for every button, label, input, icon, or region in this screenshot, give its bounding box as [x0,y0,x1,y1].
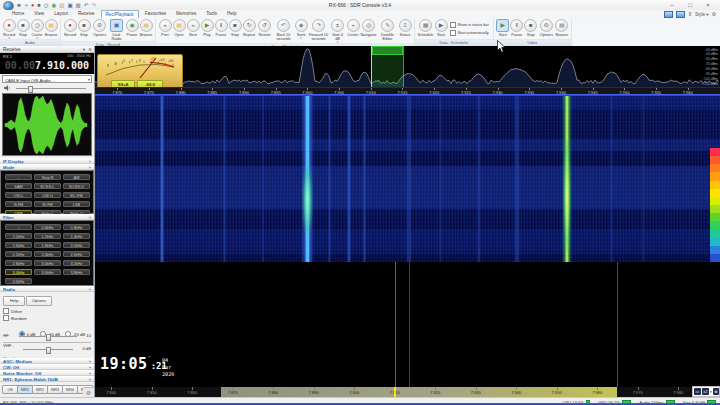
tab-favourites[interactable]: Favourites [141,10,170,18]
zoom-factor-button[interactable]: x2 [702,388,709,395]
filter-button-3.8khz[interactable]: 3.8kHz [63,269,90,275]
visual-slider-thumb[interactable] [46,347,51,354]
maximize-button[interactable]: □ [682,1,698,9]
filter-button-4.0khz[interactable]: 4.0kHz [5,278,32,284]
visual-gain-slider[interactable] [23,349,73,350]
ribbon-button-record[interactable]: ●Record [64,19,77,37]
dropdown-caret-icon[interactable]: ▾ [710,390,712,394]
ribbon-button-status[interactable]: ≡Status [399,19,412,37]
tab-view[interactable]: View [30,10,48,18]
close-button[interactable]: × [700,1,716,9]
ribbon-button-forward-10-seconds[interactable]: ↷Forward 10 seconds [309,19,329,41]
ribbon-button-navigator[interactable]: ◎Navigator [361,19,377,37]
ribbon-button-seek[interactable]: ◆Seek▾ [295,19,308,39]
settings-icon[interactable]: ⚙ [712,11,716,17]
pin-icon[interactable]: ⊼ [688,11,692,17]
mode-button-ecss-l[interactable]: ECSS-L [34,183,61,189]
filter-button-...[interactable]: ... [5,224,32,230]
random-checkbox[interactable]: Random [3,315,27,321]
lower-waterfall[interactable]: 19:05″:21 04 Mar 2026 [95,262,720,387]
minimize-button[interactable]: – [664,1,680,9]
tab-home[interactable]: Home [8,10,28,18]
pane-menu-icon[interactable]: ▾ [83,46,85,53]
tab-receive[interactable]: Receive [74,10,99,18]
mode-button-n-fm[interactable]: N-FM [5,201,32,207]
section-nr1-ephraim-malah-15db[interactable]: NR1: Ephraim-Malah 15dB» [0,376,94,382]
nr-button-nr2[interactable]: NR2 [32,385,48,394]
audio-device-select[interactable]: CABLE Input (VB-Audio ... ▾ [2,75,92,83]
ribbon-button-options[interactable]: ⚙Options [538,19,554,37]
filter-button-3.6khz[interactable]: 3.6kHz [34,269,61,275]
ribbon-button-gain-0-db[interactable]: ±Gain 0 dB▾ [330,19,346,43]
ribbon-button-stop[interactable]: ■Stop [229,19,242,37]
monitor-icon[interactable] [676,11,685,18]
volume-slider-thumb[interactable] [28,86,33,93]
monitor-icon[interactable] [664,11,673,18]
filter-button-2.6khz[interactable]: 2.6kHz [63,251,90,257]
window-icon[interactable]: ▭ [694,388,701,395]
dither-checkbox[interactable]: Dither [3,308,22,314]
filter-button-0.6khz[interactable]: 0.6kHz [34,224,61,230]
nr-button-nr1[interactable]: NR1 [17,385,33,394]
vhf-slider-thumb[interactable] [46,334,51,341]
mode-button-...[interactable]: ... [5,174,32,180]
ribbon-button-stop[interactable]: ■Stop [78,19,91,37]
ribbon-button-pause[interactable]: ‖Pause [215,19,228,37]
ribbon-button-start[interactable]: ▶Start [435,19,448,37]
mode-button-bc-fm[interactable]: BC-FM [63,192,90,198]
filter-button-2.8khz[interactable]: 2.8kHz [5,260,32,266]
filter-button-2.0khz[interactable]: 2.0kHz [63,242,90,248]
ribbon-button-stop[interactable]: ■Stop [524,19,537,37]
ribbon-button-schedule[interactable]: ▦Schedule [418,19,434,37]
filter-button-2.2khz[interactable]: 2.2kHz [5,251,32,257]
ribbon-button-pause[interactable]: ‖Pause [510,19,523,37]
ribbon-checkbox-show-in-status-bar[interactable]: Show in status bar [450,22,489,28]
style-dropdown[interactable]: Style ▾ [695,12,709,17]
close-icon[interactable]: ⊗ [713,388,719,395]
ribbon-button-start[interactable]: ▶Start [496,19,509,37]
band-frequency-scale[interactable]: 7.8407.8507.8607.8707.8807.8907.9007.910… [95,387,720,397]
frequency-display[interactable]: 00.007.910.000 [0,60,94,71]
mode-button-cw-u[interactable]: CW-U [34,192,61,198]
ribbon-button-repeat[interactable]: ↻Repeat [243,19,256,37]
filter-button-1.0khz[interactable]: 1.0kHz [5,233,32,239]
filter-button-3.0khz[interactable]: 3.0kHz [34,260,61,266]
ribbon-button-browse[interactable]: ▤Browse [45,19,58,37]
ribbon-button-lock-radio[interactable]: ▣Lock Radio [109,19,125,41]
filter-button-2.4khz[interactable]: 2.4kHz [34,251,61,257]
filter-button-3.4khz[interactable]: 3.4kHz [5,269,32,275]
ribbon-button-prev[interactable]: «Prev [159,19,172,37]
tab-layout[interactable]: Layout [50,10,72,18]
nr-button-nr4[interactable]: NR4 [62,385,78,394]
ribbon-button-play[interactable]: ▶Play [201,19,214,37]
spectrum-display[interactable]: -40 dBm-50 dBm-60 dBm-70 dBm-80 dBm-90 d… [95,46,720,87]
mode-button-lsb[interactable]: LSB [63,201,90,207]
ribbon-checkbox-start-automatically[interactable]: Start automatically [450,30,489,36]
mode-button-am[interactable]: AM [63,174,90,180]
mode-button-step-b[interactable]: Step B [34,174,61,180]
ribbon-button-restart[interactable]: ↺Restart [257,19,273,37]
help-button[interactable]: Help [3,296,25,306]
pane-close-icon[interactable]: ✕ [88,46,92,53]
tab-help[interactable]: Help [223,10,240,18]
ribbon-button-center[interactable]: +Center [347,19,360,37]
volume-slider[interactable] [16,88,86,89]
tab-rec-playback[interactable]: Rec/Playback [101,10,139,18]
ribbon-button-browse[interactable]: ▤Browse [140,19,153,37]
mode-button-w-fm[interactable]: W-FM [34,201,61,207]
filter-button-1.6khz[interactable]: 1.6kHz [5,242,32,248]
vhf-gain-slider[interactable] [19,336,77,337]
ribbon-button-power[interactable]: ◉Power [126,19,139,37]
filter-button-3.2khz[interactable]: 3.2kHz [63,260,90,266]
tab-tools[interactable]: Tools [202,10,221,18]
receive-pane-header[interactable]: Receive ▾ ✕ [0,46,94,53]
filter-button-1.2khz[interactable]: 1.2kHz [34,233,61,239]
ribbon-button-record[interactable]: ●Record▾ [3,19,16,39]
ribbon-button-open[interactable]: ▤Open [173,19,186,37]
filter-button-0.8khz[interactable]: 0.8kHz [63,224,90,230]
nr-button-off[interactable]: Off [2,385,18,394]
ribbon-button-browse[interactable]: ▤Browse [555,19,568,37]
ribbon-button-cache[interactable]: ◷Cache▾ [31,19,44,39]
mode-button-sam[interactable]: SAM [5,183,32,189]
ribbon-button-next[interactable]: »Next [187,19,200,37]
